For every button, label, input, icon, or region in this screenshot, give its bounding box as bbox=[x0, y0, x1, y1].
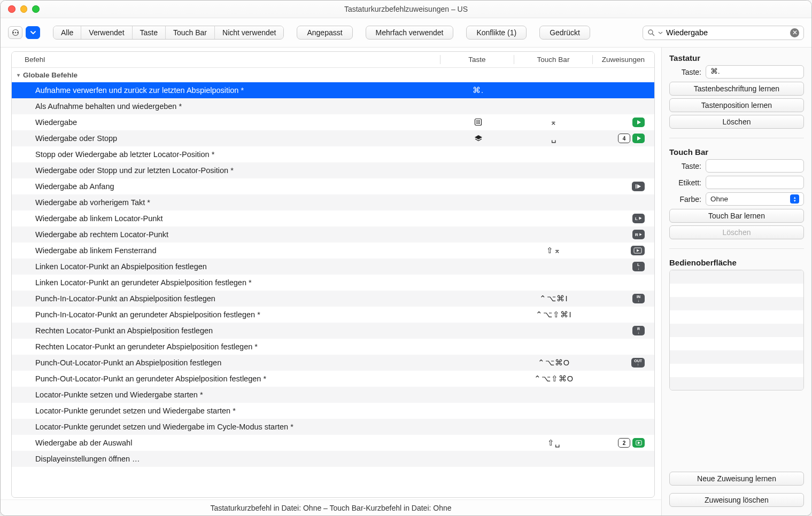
maximize-icon[interactable] bbox=[32, 5, 40, 13]
tb-color-value: Ohne bbox=[710, 195, 728, 203]
table-row[interactable]: Locator-Punkte gerundet setzen und Wiede… bbox=[12, 403, 654, 419]
assignment-cell: OUT↑ bbox=[593, 358, 654, 368]
col-command[interactable]: Befehl bbox=[12, 56, 440, 64]
filter-verwendet[interactable]: Verwendet bbox=[81, 26, 132, 39]
command-cell: Wiedergabe oder Stopp bbox=[12, 134, 442, 143]
assignment-cell: 2 bbox=[593, 438, 654, 448]
svg-point-12 bbox=[479, 121, 480, 122]
keyboard-section-title: Tastatur bbox=[669, 53, 804, 62]
table-row[interactable]: Linken Locator-Punkt an gerundeter Abspi… bbox=[12, 275, 654, 291]
play-badge-icon bbox=[632, 118, 645, 127]
table-row[interactable]: Wiedergabe ab linkem Locator-PunktL bbox=[12, 210, 654, 226]
touchbar-key: ⇧⌅ bbox=[515, 246, 593, 255]
assignment-cell: R↓ bbox=[593, 326, 654, 335]
close-icon[interactable] bbox=[8, 5, 16, 13]
svg-line-5 bbox=[652, 34, 654, 36]
conflicts-button[interactable]: Konflikte (1) bbox=[466, 26, 527, 40]
filter-nicht-verwendet[interactable]: Nicht verwendet bbox=[215, 26, 283, 39]
table-row[interactable]: Displayeinstellungen öffnen … bbox=[12, 451, 654, 467]
group-header[interactable]: ▾ Globale Befehle bbox=[12, 68, 654, 82]
assignment-cell bbox=[593, 182, 654, 191]
chevron-down-icon-button[interactable] bbox=[26, 26, 40, 39]
filter-alle[interactable]: Alle bbox=[53, 26, 81, 39]
window-title: Tastaturkurzbefehlzuweisungen – US bbox=[1, 5, 811, 13]
command-cell: Locator-Punkte gerundet setzen und Wiede… bbox=[12, 406, 442, 415]
table-row[interactable]: Stopp oder Wiedergabe ab letzter Locator… bbox=[12, 146, 654, 162]
table-row[interactable]: Punch-In-Locator-Punkt an gerundeter Abs… bbox=[12, 307, 654, 323]
touchbar-cell: ␣ bbox=[515, 134, 593, 143]
table-row[interactable]: Punch-Out-Locator-Punkt an gerundeter Ab… bbox=[12, 371, 654, 387]
titlebar: Tastaturkurzbefehlzuweisungen – US bbox=[1, 1, 811, 18]
table-row[interactable]: Wiedergabe ab Anfang bbox=[12, 178, 654, 194]
search-input[interactable] bbox=[666, 28, 787, 37]
menu-icon-button[interactable] bbox=[8, 26, 22, 39]
table-row[interactable]: Punch-Out-Locator-Punkt an Abspielpositi… bbox=[12, 355, 654, 371]
table-row[interactable]: Rechten Locator-Punkt an Abspielposition… bbox=[12, 323, 654, 339]
table-row[interactable]: Wiedergabe ab rechtem Locator-PunktR bbox=[12, 226, 654, 243]
delete-assignment-button[interactable]: Zuweisung löschen bbox=[669, 493, 804, 507]
app-window: Tastaturkurzbefehlzuweisungen – US AlleV… bbox=[0, 0, 812, 516]
svg-rect-16 bbox=[636, 184, 637, 189]
table-row[interactable]: Als Aufnahme behalten und wiedergeben * bbox=[12, 98, 654, 114]
toolbar: AlleVerwendetTasteTouch BarNicht verwend… bbox=[1, 18, 811, 48]
key-field[interactable]: ⌘. bbox=[706, 65, 804, 79]
table-row[interactable]: Wiedergabe ab vorherigem Takt * bbox=[12, 194, 654, 210]
command-cell: Locator-Punkte gerundet setzen und Wiede… bbox=[12, 423, 442, 431]
learn-new-assignment-button[interactable]: Neue Zuweisung lernen bbox=[669, 472, 804, 486]
table-row[interactable]: Wiedergabe ab der Auswahl⇧␣2 bbox=[12, 435, 654, 451]
col-assignments[interactable]: Zuweisungen bbox=[593, 56, 654, 64]
table-row[interactable]: Linken Locator-Punkt an Abspielposition … bbox=[12, 259, 654, 275]
surface-listbox[interactable] bbox=[669, 270, 804, 390]
assignment-cell: L bbox=[593, 214, 654, 223]
tb-color-select[interactable]: Ohne ▴▾ bbox=[706, 192, 804, 206]
svg-point-1 bbox=[14, 32, 16, 33]
clear-search-icon[interactable]: ✕ bbox=[790, 28, 799, 37]
learn-touchbar-button[interactable]: Touch Bar lernen bbox=[669, 209, 804, 223]
touchbar-key: ⌃⌥⇧⌘I bbox=[515, 310, 593, 319]
delete-key-button[interactable]: Löschen bbox=[669, 115, 804, 129]
pressed-button[interactable]: Gedrückt bbox=[539, 26, 590, 40]
filter-touch-bar[interactable]: Touch Bar bbox=[166, 26, 215, 39]
learn-key-label-button[interactable]: Tastenbeschriftung lernen bbox=[669, 82, 804, 96]
table-row[interactable]: Wiedergabe oder Stopp␣4 bbox=[12, 130, 654, 146]
key-label: Taste: bbox=[669, 68, 701, 76]
touchbar-badge-icon: OUT↑ bbox=[631, 358, 645, 368]
search-field[interactable]: ✕ bbox=[643, 26, 804, 40]
learn-key-position-button[interactable]: Tastenposition lernen bbox=[669, 98, 804, 112]
select-arrows-icon: ▴▾ bbox=[790, 194, 799, 204]
touchbar-cell: ⌅ bbox=[515, 118, 593, 127]
command-cell: Als Aufnahme behalten und wiedergeben * bbox=[12, 102, 442, 111]
table-row[interactable]: Aufnahme verwerfen und zurück zur letzte… bbox=[12, 82, 654, 98]
touchbar-cell: ⌃⌥⌘O bbox=[515, 358, 593, 367]
touchbar-badge-icon: L bbox=[632, 214, 645, 223]
minimize-icon[interactable] bbox=[20, 5, 28, 13]
svg-point-0 bbox=[12, 32, 13, 33]
command-cell: Wiedergabe ab Anfang bbox=[12, 182, 442, 191]
table-row[interactable]: Punch-In-Locator-Punkt an Abspielpositio… bbox=[12, 291, 654, 307]
table-row[interactable]: Rechten Locator-Punkt an gerundeter Absp… bbox=[12, 339, 654, 355]
filter-taste[interactable]: Taste bbox=[133, 26, 166, 39]
touchbar-badge-icon: L↓ bbox=[632, 262, 645, 271]
window-controls bbox=[8, 5, 40, 13]
col-key[interactable]: Taste bbox=[440, 56, 514, 64]
touchbar-cell: ⇧⌅ bbox=[515, 246, 593, 255]
multi-used-button[interactable]: Mehrfach verwendet bbox=[366, 26, 454, 40]
key-cell: ⌘. bbox=[442, 86, 515, 95]
touchbar-key: ⌃⌥⇧⌘O bbox=[515, 374, 593, 383]
tb-label-field[interactable] bbox=[706, 176, 804, 189]
table-row[interactable]: Wiedergabe oder Stopp und zur letzten Lo… bbox=[12, 162, 654, 178]
col-touchbar[interactable]: Touch Bar bbox=[514, 56, 592, 64]
command-cell: Locator-Punkte setzen und Wiedergabe sta… bbox=[12, 390, 442, 399]
command-cell: Wiedergabe ab linkem Locator-Punkt bbox=[12, 214, 442, 223]
assignment-cell: IN↓ bbox=[593, 294, 654, 303]
table-row[interactable]: Locator-Punkte setzen und Wiedergabe sta… bbox=[12, 387, 654, 403]
command-cell: Punch-Out-Locator-Punkt an Abspielpositi… bbox=[12, 358, 442, 367]
customized-button[interactable]: Angepasst bbox=[297, 26, 352, 40]
table-row[interactable]: Wiedergabe⌅ bbox=[12, 114, 654, 130]
touchbar-badge-icon: R↓ bbox=[632, 326, 645, 335]
tb-key-field[interactable] bbox=[706, 159, 804, 173]
filter-segmented: AlleVerwendetTasteTouch BarNicht verwend… bbox=[53, 26, 284, 40]
table-row[interactable]: Locator-Punkte gerundet setzen und Wiede… bbox=[12, 419, 654, 435]
table-row[interactable]: Wiedergabe ab linkem Fensterrand⇧⌅ bbox=[12, 243, 654, 259]
commands-table: Befehl Taste Touch Bar Zuweisungen ▾ Glo… bbox=[11, 51, 655, 498]
